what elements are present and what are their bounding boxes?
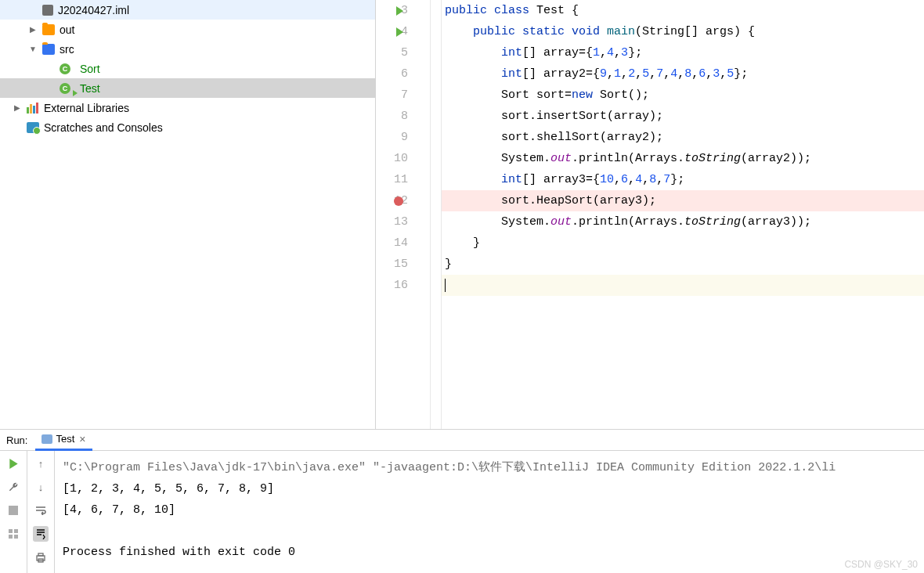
run-tool-window: Run: Test × ↑ ↓ "C:\Program Files\Java\j…: [0, 429, 924, 573]
editor-gutter[interactable]: 3 4 5 6 7 8 9 10 11 12 13 14 15 16: [376, 0, 431, 429]
console-line: [4, 6, 7, 8, 10]: [63, 499, 916, 521]
up-button[interactable]: ↑: [33, 456, 49, 471]
tree-label: Sort: [80, 63, 100, 75]
scratch-icon: [27, 122, 39, 133]
gutter-line[interactable]: 4: [376, 21, 408, 42]
gutter-line[interactable]: 9: [376, 127, 408, 148]
console-line: Process finished with exit code 0: [63, 542, 916, 563]
tree-label: J20240427.iml: [58, 4, 129, 16]
fold-strip[interactable]: [431, 0, 442, 429]
stop-button[interactable]: [5, 503, 21, 518]
chevron-down-icon[interactable]: ▼: [28, 45, 38, 54]
wrench-button[interactable]: [5, 479, 21, 495]
class-icon: C: [60, 83, 70, 94]
run-toolbar-secondary: ↑ ↓: [27, 451, 55, 573]
down-button[interactable]: ↓: [33, 479, 49, 495]
tree-item-test[interactable]: C Test: [0, 78, 375, 98]
gutter-line[interactable]: 14: [376, 232, 408, 254]
gutter-line[interactable]: 6: [376, 63, 408, 85]
tree-item-scratches[interactable]: Scratches and Consoles: [0, 117, 375, 137]
run-tab[interactable]: Test ×: [35, 430, 92, 451]
module-icon: [42, 5, 53, 16]
application-icon: [42, 434, 52, 444]
gutter-line[interactable]: 13: [376, 211, 408, 232]
gutter-line[interactable]: 7: [376, 85, 408, 106]
run-badge-icon: [73, 90, 78, 96]
gutter-line[interactable]: 8: [376, 106, 408, 127]
run-marker-icon[interactable]: [396, 6, 403, 16]
chevron-right-icon[interactable]: ▶: [13, 103, 22, 113]
svg-rect-2: [14, 529, 18, 533]
svg-rect-0: [9, 506, 18, 515]
code-editor[interactable]: 3 4 5 6 7 8 9 10 11 12 13 14 15 16 publi…: [376, 0, 924, 429]
project-tree[interactable]: J20240427.iml ▶ out ▼ src C Sort C Test …: [0, 0, 376, 429]
scroll-to-end-button[interactable]: [33, 526, 49, 542]
class-icon: C: [60, 63, 70, 74]
tree-item-out[interactable]: ▶ out: [0, 20, 375, 39]
svg-rect-4: [14, 535, 18, 539]
gutter-line[interactable]: 3: [376, 0, 408, 21]
tree-label: src: [60, 43, 74, 56]
svg-rect-3: [9, 535, 13, 539]
gutter-line[interactable]: 16: [376, 275, 408, 296]
library-icon: [27, 103, 39, 114]
rerun-button[interactable]: [5, 456, 21, 471]
tree-item-iml[interactable]: J20240427.iml: [0, 0, 375, 20]
source-folder-icon: [42, 44, 55, 55]
run-label: Run:: [6, 434, 27, 446]
gutter-line[interactable]: 5: [376, 42, 408, 63]
tree-label: Scratches and Consoles: [44, 121, 163, 134]
console-output[interactable]: "C:\Program Files\Java\jdk-17\bin\java.e…: [55, 451, 924, 573]
watermark: CSDN @SKY_30: [844, 559, 918, 570]
close-icon[interactable]: ×: [79, 433, 85, 445]
console-line: "C:\Program Files\Java\jdk-17\bin\java.e…: [63, 457, 916, 478]
gutter-line[interactable]: 10: [376, 148, 408, 169]
caret: [445, 279, 446, 292]
code-area[interactable]: public class Test { public static void m…: [442, 0, 924, 429]
svg-rect-6: [38, 553, 43, 556]
dump-threads-button[interactable]: [5, 526, 21, 542]
soft-wrap-button[interactable]: [33, 503, 49, 518]
run-toolbar-primary: [0, 451, 27, 573]
run-marker-icon[interactable]: [396, 27, 403, 37]
tree-label: External Libraries: [44, 102, 129, 114]
chevron-right-icon[interactable]: ▶: [28, 25, 38, 34]
gutter-line[interactable]: 11: [376, 169, 408, 190]
run-header: Run: Test ×: [0, 430, 924, 451]
gutter-line[interactable]: 15: [376, 254, 408, 275]
console-line: [1, 2, 3, 4, 5, 5, 6, 7, 8, 9]: [63, 478, 916, 499]
tree-label: Test: [80, 82, 100, 95]
run-tab-label: Test: [56, 433, 74, 445]
gutter-line[interactable]: 12: [376, 190, 408, 211]
folder-icon: [42, 24, 55, 35]
tree-item-sort[interactable]: C Sort: [0, 59, 375, 78]
breakpoint-icon[interactable]: [394, 196, 403, 206]
tree-label: out: [60, 23, 74, 36]
tree-item-src[interactable]: ▼ src: [0, 39, 375, 59]
console-line: [63, 521, 916, 542]
print-button[interactable]: [33, 550, 49, 565]
svg-rect-1: [9, 529, 13, 533]
tree-item-external-libs[interactable]: ▶ External Libraries: [0, 98, 375, 117]
